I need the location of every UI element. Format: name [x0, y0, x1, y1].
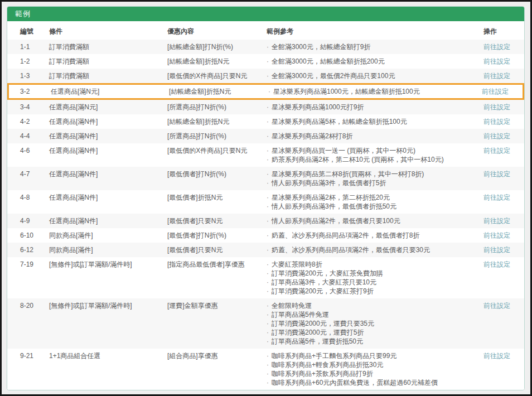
table-row: 3-4 任選商品[滿N元] [所選商品]打N折(%) ·星冰樂系列商品滿1000…	[7, 100, 524, 114]
app-window: 範例 編號 條件 優惠內容 範例參考 操作 1-1 訂單消費滿額 [結帳總金額]…	[0, 0, 532, 396]
row-condition-cell: 任選商品[滿N元]	[49, 103, 167, 112]
go-to-settings-link[interactable]: 前往設定	[483, 147, 510, 154]
column-header-id: 編號	[7, 27, 49, 36]
bullet-icon: ·	[267, 245, 269, 254]
row-condition-cell: 1+1商品組合任選	[49, 351, 167, 360]
table-row: 4-9 任選商品[滿N件] [最低價者]只要N元 ·情人節系列商品滿2件，最低價…	[7, 214, 524, 228]
row-discount-cell: [結帳總金額]折抵N元	[169, 87, 268, 96]
go-to-settings-link[interactable]: 前往設定	[483, 217, 510, 225]
example-text: 咖啡系列商品+茶飲系列商品打9折	[272, 369, 373, 378]
bullet-icon: ·	[267, 351, 269, 360]
row-id-cell: 3-4	[7, 103, 49, 112]
go-to-settings-link[interactable]: 前往設定	[483, 302, 510, 310]
example-text: 情人節系列商品滿3件，最低價者打5折	[272, 178, 386, 187]
row-examples-cell: ·奶蓋、冰沙系列商品同品項滿2件，最低價者打8折	[267, 231, 483, 240]
bullet-icon: ·	[267, 337, 269, 346]
table-row: 1-2 訂單消費滿額 [結帳總金額]折抵N元 ·全館滿3000元，結帳總金額折抵…	[7, 54, 524, 69]
go-to-settings-link[interactable]: 前往設定	[483, 246, 510, 254]
row-examples-cell: ·咖啡系列商品+手工麵包系列商品只要99元·咖啡系列商品+輕食系列商品折抵30元…	[267, 351, 483, 387]
go-to-settings-link[interactable]: 前往設定	[483, 352, 510, 360]
row-discount-cell: [最低價者]只要N元	[167, 245, 267, 254]
example-text: 訂單商品滿5件免運	[272, 310, 329, 319]
row-examples-cell: ·情人節系列商品滿2件，最低價者只要100元	[267, 216, 483, 225]
row-id-cell: 4-4	[7, 132, 49, 141]
row-id-cell: 7-19	[7, 260, 49, 269]
row-examples-cell: ·全館滿3000元，結帳總金額打9折	[267, 42, 483, 51]
bullet-icon: ·	[267, 155, 269, 164]
bullet-icon: ·	[267, 146, 269, 155]
row-discount-cell: [最低價的X件商品]只要N元	[167, 146, 267, 155]
go-to-settings-link[interactable]: 前往設定	[483, 43, 510, 51]
go-to-settings-link[interactable]: 前往設定	[483, 194, 510, 201]
go-to-settings-link[interactable]: 前往設定	[483, 260, 510, 268]
row-examples-cell: ·星冰樂系列商品買一送一 (買兩杯，其中一杯0元)·奶茶系列商品滿2杯，第二杯1…	[267, 146, 483, 164]
table-row: 4-8 任選商品[滿N件] [最低價者]折抵N元 ·星冰樂系列商品滿2杯，第二杯…	[7, 190, 524, 214]
bullet-icon: ·	[267, 360, 269, 369]
bullet-icon: ·	[267, 178, 269, 187]
example-text: 星冰樂系列商品滿2杯，第二杯折抵20元	[272, 193, 390, 202]
go-to-settings-link[interactable]: 前往設定	[483, 231, 510, 239]
example-text: 全館滿3000元，最低價2件商品只要100元	[272, 71, 395, 80]
row-discount-cell: [最低價者]打N折(%)	[167, 170, 267, 178]
row-id-cell: 6-10	[7, 231, 49, 240]
row-id-cell: 4-2	[7, 117, 49, 126]
bullet-icon: ·	[267, 278, 269, 287]
row-condition-cell: 任選商品[滿N件]	[49, 132, 167, 141]
row-condition-cell: 任選商品[滿N件]	[49, 216, 167, 225]
row-examples-cell: ·星冰樂系列商品滿1000元打9折	[267, 103, 483, 112]
row-examples-cell: ·大麥紅茶限時8折·訂單消費滿200元，大麥紅茶免費加購·訂單商品滿3件，大麥紅…	[267, 260, 483, 296]
example-text: 全館滿3000元，結帳總金額打9折	[272, 42, 370, 51]
row-condition-cell: 任選商品[滿N件]	[49, 193, 167, 202]
example-text: 訂單消費滿2000元，運費打5折	[272, 328, 364, 337]
column-header-condition: 條件	[49, 27, 167, 36]
go-to-settings-link[interactable]: 前往設定	[483, 132, 510, 140]
bullet-icon: ·	[267, 103, 269, 112]
panel-title: 範例	[7, 7, 524, 21]
go-to-settings-link[interactable]: 前往設定	[483, 57, 510, 65]
table-row: 1-1 訂單消費滿額 [結帳總金額]打N折(%) ·全館滿3000元，結帳總金額…	[7, 40, 524, 54]
column-header-action: 操作	[483, 27, 524, 36]
bullet-icon: ·	[267, 132, 269, 141]
example-text: 星冰樂系列商品滿5杯，結帳總金額折抵100元	[272, 117, 407, 126]
row-discount-cell: [結帳總金額]折抵N元	[167, 117, 267, 126]
go-to-settings-link[interactable]: 前往設定	[483, 118, 510, 125]
row-discount-cell: [結帳總金額]打N折(%)	[167, 42, 267, 51]
row-discount-cell: [最低價者]打N折(%)	[167, 231, 267, 240]
go-to-settings-link[interactable]: 前往設定	[483, 170, 510, 178]
example-text: 星冰樂系列商品第二杯8折(買兩杯，其中一杯打8折)	[272, 170, 424, 178]
example-text: 情人節系列商品滿3件，最低價者折抵50元	[272, 202, 396, 211]
row-condition-cell: [無條件]或[訂單滿額/滿件時]	[49, 301, 167, 310]
row-examples-cell: ·奶蓋、冰沙系列商品同品項滿2件，最低價者只要30元	[267, 245, 483, 254]
table-row: 3-2 任選商品[滿N元] [結帳總金額]折抵N元 ·星冰樂系列商品滿1000元…	[7, 83, 524, 100]
row-condition-cell: 任選商品[滿N件]	[49, 117, 167, 126]
row-condition-cell: 同款商品[滿件]	[49, 245, 167, 254]
example-text: 情人節系列商品滿2件，最低價者只要100元	[272, 216, 400, 225]
bullet-icon: ·	[267, 301, 269, 310]
row-condition-cell: 同款商品[滿件]	[49, 231, 167, 240]
row-condition-cell: 訂單消費滿額	[49, 71, 167, 80]
row-id-cell: 4-7	[7, 170, 49, 178]
bullet-icon: ·	[267, 310, 269, 319]
row-condition-cell: 任選商品[滿N元]	[51, 87, 169, 96]
go-to-settings-link[interactable]: 前往設定	[483, 72, 510, 80]
row-id-cell: 9-21	[7, 351, 49, 360]
bullet-icon: ·	[267, 170, 269, 178]
row-id-cell: 4-6	[7, 146, 49, 155]
go-to-settings-link[interactable]: 前往設定	[482, 88, 509, 95]
row-discount-cell: [最低價者]折抵N元	[167, 193, 267, 202]
row-examples-cell: ·全館限時免運·訂單商品滿5件免運·訂單消費滿2000元，運費只要35元·訂單消…	[267, 301, 483, 346]
table-header: 編號 條件 優惠內容 範例參考 操作	[7, 21, 524, 40]
go-to-settings-link[interactable]: 前往設定	[483, 103, 510, 111]
bullet-icon: ·	[267, 369, 269, 378]
example-text: 訂單消費滿2000元，運費只要35元	[272, 319, 374, 328]
row-id-cell: 6-12	[7, 245, 49, 254]
row-condition-cell: 任選商品[滿N件]	[49, 170, 167, 178]
column-header-discount: 優惠內容	[167, 27, 267, 36]
example-text: 全館限時免運	[272, 301, 312, 310]
row-examples-cell: ·星冰樂系列商品滿2杯，第二杯折抵20元·情人節系列商品滿3件，最低價者折抵50…	[267, 193, 483, 211]
row-discount-cell: [運費]金額享優惠	[167, 301, 267, 310]
table-row: 8-20 [無條件]或[訂單滿額/滿件時] [運費]金額享優惠 ·全館限時免運·…	[7, 298, 524, 349]
examples-panel: 範例 編號 條件 優惠內容 範例參考 操作 1-1 訂單消費滿額 [結帳總金額]…	[7, 6, 525, 390]
example-text: 奶茶系列商品滿2杯，第二杯10元 (買兩杯，其中一杯10元)	[272, 155, 444, 164]
example-text: 星冰樂系列商品滿1000元，結帳總金額折抵100元	[273, 87, 420, 96]
